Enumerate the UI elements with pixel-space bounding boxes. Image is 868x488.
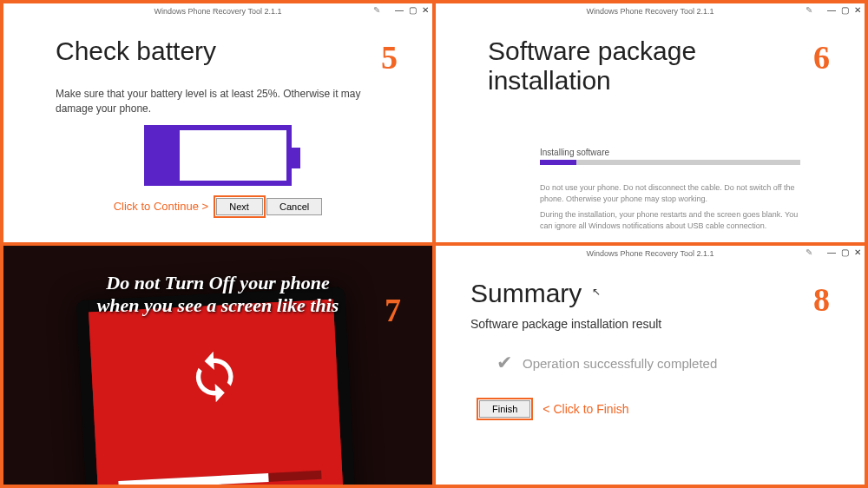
- page-title: Software package installation: [488, 36, 812, 96]
- instruction-text: Make sure that your battery level is at …: [56, 87, 380, 116]
- click-finish-hint: < Click to Finish: [542, 402, 628, 416]
- click-continue-hint: Click to Continue >: [114, 200, 208, 213]
- panel-step-5: Windows Phone Recovery Tool 2.1.1 ✎ — ▢ …: [3, 3, 432, 242]
- phone-progress-bar: [118, 471, 321, 485]
- warning-text-2: During the installation, your phone rest…: [540, 209, 812, 231]
- minimize-icon[interactable]: —: [827, 247, 836, 257]
- window-controls: — ▢ ✕: [395, 5, 429, 15]
- progress-fill: [540, 160, 576, 165]
- battery-fill: [149, 130, 180, 181]
- maximize-icon[interactable]: ▢: [841, 247, 849, 257]
- next-button[interactable]: Next: [216, 198, 263, 215]
- progress-label: Installing software: [540, 148, 812, 157]
- overlay-line-1: Do not Turn Off your phone: [106, 272, 329, 293]
- close-icon[interactable]: ✕: [854, 5, 861, 15]
- battery-icon: [144, 125, 292, 186]
- maximize-icon[interactable]: ▢: [409, 5, 417, 15]
- step-number-badge: 7: [385, 291, 401, 329]
- result-text: Operation successfully completed: [523, 356, 717, 371]
- minimize-icon[interactable]: —: [395, 5, 404, 15]
- panel-step-7: 7 Do not Turn Off your phone when you se…: [3, 246, 432, 485]
- window-controls: — ▢ ✕: [827, 5, 861, 15]
- window-controls: — ▢ ✕: [827, 247, 861, 257]
- window-titlebar: Windows Phone Recovery Tool 2.1.1 ✎ — ▢ …: [436, 246, 865, 261]
- page-title: Check battery: [56, 36, 380, 66]
- step-number-badge: 5: [381, 38, 398, 76]
- window-titlebar: Windows Phone Recovery Tool 2.1.1 ✎ — ▢ …: [3, 3, 432, 19]
- window-title: Windows Phone Recovery Tool 2.1.1: [587, 249, 714, 258]
- phone-progress-fill: [118, 473, 268, 485]
- close-icon[interactable]: ✕: [422, 5, 429, 15]
- finish-button[interactable]: Finish: [479, 400, 530, 418]
- overlay-caption: Do not Turn Off your phone when you see …: [3, 272, 432, 318]
- minimize-icon[interactable]: —: [827, 5, 836, 15]
- feedback-icon[interactable]: ✎: [806, 5, 812, 15]
- page-title: Summary: [470, 279, 830, 308]
- progress-bar: [540, 160, 800, 165]
- warning-text-1: Do not use your phone. Do not disconnect…: [540, 182, 812, 204]
- cursor-icon: ↖: [592, 286, 601, 298]
- close-icon[interactable]: ✕: [854, 247, 861, 257]
- cancel-button[interactable]: Cancel: [266, 198, 322, 215]
- maximize-icon[interactable]: ▢: [841, 5, 849, 15]
- step-number-badge: 8: [813, 280, 830, 319]
- sync-icon: [186, 347, 244, 409]
- page-subtitle: Software package installation result: [470, 317, 830, 331]
- checkmark-icon: ✔: [496, 352, 512, 374]
- step-number-badge: 6: [813, 38, 830, 76]
- overlay-line-2: when you see a screen like this: [97, 294, 339, 316]
- panel-step-8: Windows Phone Recovery Tool 2.1.1 ✎ — ▢ …: [436, 246, 865, 485]
- window-title: Windows Phone Recovery Tool 2.1.1: [587, 7, 714, 16]
- window-title: Windows Phone Recovery Tool 2.1.1: [155, 7, 282, 16]
- feedback-icon[interactable]: ✎: [806, 247, 812, 257]
- window-titlebar: Windows Phone Recovery Tool 2.1.1 ✎ — ▢ …: [436, 3, 865, 19]
- panel-step-6: Windows Phone Recovery Tool 2.1.1 ✎ — ▢ …: [436, 3, 865, 242]
- feedback-icon[interactable]: ✎: [373, 5, 380, 15]
